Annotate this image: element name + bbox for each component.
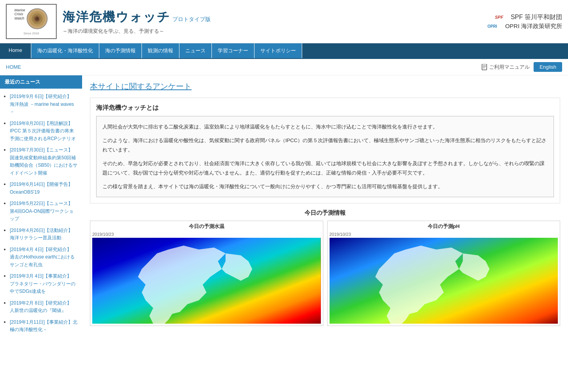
news-list: [2019年9月 6日]【研究紹介】 海洋熱波 －marine heat wav…: [0, 89, 82, 341]
forecast-map1-title: 今日の予測水温: [92, 223, 321, 230]
logo-area: Marine Crisis Watch: [6, 4, 211, 39]
forecast-map1-date: 2019/10/23: [92, 232, 321, 237]
breadcrumb-home[interactable]: HOME: [6, 64, 21, 70]
nav-observation[interactable]: 観測の情報: [142, 43, 179, 58]
opri-logo: OPRI OPRI 海洋政策研究所: [487, 23, 562, 30]
forecast-maps: 今日の予測水温 2019/10/23: [90, 221, 560, 326]
news-list-item: [2019年3月 4日]【事業紹介】 プラネタリー・バウンダリーの中でSDGs達…: [10, 272, 78, 295]
site-title-area: 海洋危機ウォッチ プロトタイプ版 ～海洋の環境変化を学ぶ、見る、予測する～: [63, 9, 211, 35]
nav-news[interactable]: ニュース: [179, 43, 211, 58]
header-actions: ご利用マニュアル English: [482, 62, 562, 72]
news-list-item: [2019年6月14日]【開催予告】 OceanOBS'19: [10, 180, 78, 196]
forecast-map2-date: 2019/10/23: [330, 232, 558, 237]
forecast-map-temperature: 今日の予測水温 2019/10/23: [90, 221, 323, 326]
sidebar: 最近のニュース [2019年9月 6日]【研究紹介】 海洋熱波 －marine …: [0, 75, 82, 341]
news-list-item: [2019年1月11日]【事業紹介】北極の海洋酸性化－: [10, 318, 78, 333]
forecast-map1-image: [92, 238, 321, 324]
news-link[interactable]: [2019年4月26日]【活動紹介】 海洋リテラシー普及活動: [10, 228, 77, 241]
forecast-map2-image: [330, 238, 558, 324]
nav-extra-dark: [302, 43, 568, 58]
logo-text-watch: Watch: [14, 16, 25, 21]
forecast-section: 今日の予測情報 今日の予測水温 2019/10/23: [90, 209, 560, 326]
about-para-4: この様な背景を踏まえ、本サイトでは海の温暖化・海洋酸性化について一般向けに分かり…: [102, 182, 548, 191]
nav-policy[interactable]: サイトポリシー: [254, 43, 302, 58]
header-right-logos: SPF SPF 笹川平和財団 OPRI OPRI 海洋政策研究所: [487, 13, 562, 30]
about-para-3: そのため、早急な対応が必要とされており、社会経済面で海洋に大きく依存している我が…: [102, 159, 548, 177]
opri-logo-icon: OPRI: [487, 23, 503, 29]
about-para-1: 人間社会が大気中に排出する二酸化炭素は、温室効果により地球温暖化をもたらすととも…: [102, 122, 548, 131]
site-title: 海洋危機ウォッチ: [63, 9, 170, 26]
nav-items-wrapper: Home 海の温暖化・海洋酸性化 海の予測情報 観測の情報 ニュース 学習コーナ…: [0, 43, 568, 58]
about-section: 海洋危機ウォッチとは 人間社会が大気中に排出する二酸化炭素は、温室効果により地球…: [90, 98, 560, 203]
content-area: 本サイトに関するアンケート 海洋危機ウォッチとは 人間社会が大気中に排出する二酸…: [82, 75, 568, 341]
nav-ocean-warming[interactable]: 海の温暖化・海洋酸性化: [31, 43, 99, 58]
site-subtitle: ～海洋の環境変化を学ぶ、見る、予測する～: [63, 28, 211, 35]
spf-logo-icon: SPF: [495, 14, 509, 20]
logo-text-marine: Marine: [14, 8, 25, 12]
news-link[interactable]: [2019年7月30日]【ニュース】 国連気候変動枠組条約第50回補助機関会合（…: [10, 147, 77, 176]
news-link[interactable]: [2019年1月11日]【事業紹介】北極の海洋酸性化－: [10, 319, 77, 333]
spf-org-name: SPF 笹川平和財団: [511, 13, 562, 21]
sidebar-title: 最近のニュース: [0, 75, 82, 89]
svg-point-4: [35, 17, 39, 21]
nav-home[interactable]: Home: [0, 43, 31, 58]
nav-learning[interactable]: 学習コーナー: [211, 43, 254, 58]
logo-text-crisis: Crisis: [14, 12, 25, 16]
breadcrumb-bar: HOME ご利用マニュアル English: [0, 59, 568, 75]
news-link[interactable]: [2019年3月 4日]【事業紹介】 プラネタリー・バウンダリーの中でSDGs達…: [10, 273, 76, 294]
forecast-section-title: 今日の予測情報: [90, 209, 560, 217]
nav-forecast[interactable]: 海の予測情報: [99, 43, 142, 58]
main-navigation: Home 海の温暖化・海洋酸性化 海の予測情報 観測の情報 ニュース 学習コーナ…: [0, 43, 568, 59]
manual-text: ご利用マニュアル: [489, 64, 530, 71]
news-list-item: [2019年7月30日]【ニュース】 国連気候変動枠組条約第50回補助機関会合（…: [10, 146, 78, 176]
news-list-item: [2019年2月 8日]【研究紹介】 人新世の温暖化の『閾値』: [10, 299, 78, 314]
news-link[interactable]: [2019年9月 6日]【研究紹介】 海洋熱波 －marine heat wav…: [10, 94, 76, 114]
opri-org-name: OPRI 海洋政策研究所: [505, 23, 562, 30]
news-link[interactable]: [2019年8月20日]【用語解説】IPCC 第５次評価報告書の将来予測に使用さ…: [10, 121, 76, 141]
news-link[interactable]: [2019年6月14日]【開催予告】 OceanOBS'19: [10, 182, 77, 195]
svg-text:SPF: SPF: [495, 15, 503, 20]
english-button[interactable]: English: [534, 62, 562, 72]
forecast-map2-title: 今日の予測pH: [330, 223, 558, 230]
news-link[interactable]: [2019年5月22日]【ニュース】 第4回GOA-ON国際ワークショップ: [10, 201, 77, 221]
site-logo: Marine Crisis Watch: [6, 4, 57, 39]
news-list-item: [2019年5月22日]【ニュース】 第4回GOA-ON国際ワークショップ: [10, 200, 78, 223]
about-title: 海洋危機ウォッチとは: [96, 100, 554, 116]
about-content: 人間社会が大気中に排出する二酸化炭素は、温室効果により地球温暖化をもたらすととも…: [96, 116, 554, 197]
logo-since: Since 2016: [23, 32, 39, 35]
news-link[interactable]: [2019年4月 4日]【研究紹介】 過去のHothouse earthにおける…: [10, 247, 76, 267]
temperature-map-svg: [92, 238, 321, 324]
news-list-item: [2019年4月 4日]【研究紹介】 過去のHothouse earthにおける…: [10, 246, 78, 269]
main-content: 最近のニュース [2019年9月 6日]【研究紹介】 海洋熱波 －marine …: [0, 75, 568, 341]
news-list-item: [2019年4月26日]【活動紹介】 海洋リテラシー普及活動: [10, 226, 78, 242]
manual-link[interactable]: ご利用マニュアル: [482, 64, 530, 71]
forecast-map-ph: 今日の予測pH 2019/10/23: [327, 221, 561, 326]
news-list-item: [2019年8月20日]【用語解説】IPCC 第５次評価報告書の将来予測に使用さ…: [10, 119, 78, 143]
ph-map-svg: [330, 238, 558, 324]
survey-link[interactable]: 本サイトに関するアンケート: [90, 81, 560, 92]
site-title-proto: プロトタイプ版: [172, 16, 211, 23]
svg-text:OPRI: OPRI: [487, 24, 497, 29]
spf-logo: SPF SPF 笹川平和財団: [495, 13, 562, 21]
news-list-item: [2019年9月 6日]【研究紹介】 海洋熱波 －marine heat wav…: [10, 93, 78, 116]
manual-icon: [482, 64, 487, 70]
news-link[interactable]: [2019年2月 8日]【研究紹介】 人新世の温暖化の『閾値』: [10, 300, 76, 314]
logo-shell-icon: [27, 8, 48, 30]
page-header: Marine Crisis Watch: [0, 0, 568, 43]
about-para-2: このような、海洋における温暖化や酸性化は、気候変動に関する政府間パネル（IPCC…: [102, 136, 548, 154]
